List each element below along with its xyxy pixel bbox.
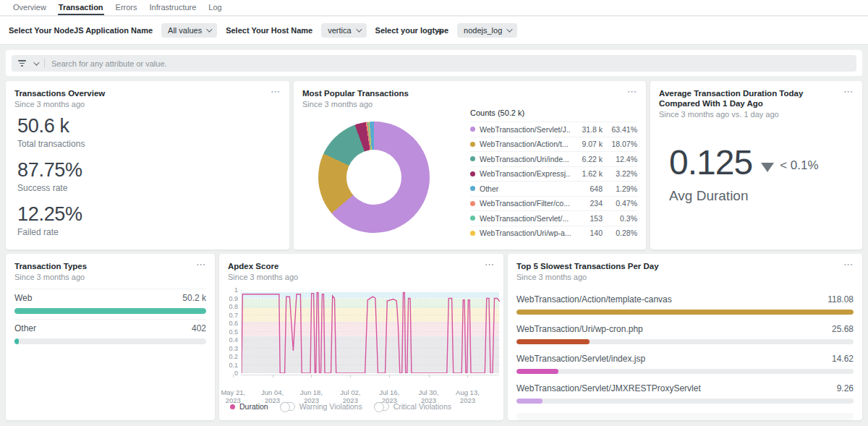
donut-legend-row[interactable]: WebTransaction/Servlet/...1530.3% [470, 210, 637, 226]
legend-percent: 3.22% [603, 169, 637, 178]
metric-value: 12.25% [17, 203, 85, 226]
add-filter-button[interactable]: + [436, 25, 443, 38]
card-title: Most Popular Transactions [294, 81, 646, 98]
bar-row-label: WebTransaction/Servlet/JMXRESTProxyServl… [516, 383, 701, 393]
search-box[interactable] [12, 55, 856, 72]
slow-transaction-row: WebTransaction/Action/template-canvas118… [516, 291, 854, 315]
card-menu-icon[interactable]: ⋯ [627, 87, 637, 96]
legend-color-dot [470, 201, 475, 206]
x-label-date: Jul 30, [419, 388, 439, 396]
card-menu-icon[interactable]: ⋯ [196, 260, 206, 269]
donut-legend-row[interactable]: WebTransaction/Action/t...9.07 k18.07% [470, 137, 637, 152]
filter-value-dropdown-2[interactable]: nodejs_log [457, 23, 517, 38]
apdex-legend-item-duration[interactable]: Duration [230, 402, 268, 411]
donut-legend-row[interactable]: WebTransaction/Servlet/J...31.8 k63.41% [470, 122, 637, 137]
filter-value-dropdown-1[interactable]: vertica [321, 23, 366, 38]
x-label-date: Aug 13, [456, 388, 480, 396]
card-menu-icon[interactable]: ⋯ [843, 260, 854, 269]
legend-count: 1.62 k [571, 169, 603, 178]
donut-legend-row[interactable]: WebTransaction/Filter/co...2340.47% [470, 196, 637, 211]
x-label-date: Jun 18, [300, 388, 323, 396]
metric-value: 50.6 k [17, 115, 85, 137]
apdex-y-tick-label: 0.8 [221, 304, 238, 310]
tab-errors[interactable]: Errors [115, 0, 138, 15]
card-menu-icon[interactable]: ⋯ [271, 87, 281, 96]
toggle-off-icon[interactable] [280, 402, 295, 411]
apdex-legend-item-critical-violations[interactable]: Critical Violations [374, 402, 451, 411]
apdex-x-tick [311, 375, 312, 378]
bar-fill [516, 339, 590, 344]
series-color-dot [230, 404, 235, 409]
bar-fill [516, 399, 542, 404]
card-subtitle: Since 3 months ago [294, 98, 646, 108]
bar-row-value: 9.26 [837, 383, 854, 393]
donut-legend-row[interactable]: WebTransaction/Uri/inde...6.22 k12.4% [470, 151, 637, 166]
card-subtitle: Since 3 months ago [6, 98, 289, 108]
legend-percent: 1.29% [603, 184, 637, 193]
bar-row-label: Web [14, 293, 32, 303]
apdex-legend-item-warning-violations[interactable]: Warning Violations [280, 402, 362, 411]
overview-metrics: 50.6 kTotal transactions87.75%Success ra… [17, 115, 85, 247]
card-menu-icon[interactable]: ⋯ [843, 87, 854, 96]
apdex-x-tick [233, 375, 234, 378]
donut-legend-rows: WebTransaction/Servlet/J...31.8 k63.41%W… [470, 122, 637, 240]
card-title: Transaction Types [6, 254, 215, 271]
legend-item-label: Critical Violations [393, 402, 451, 411]
card-subtitle: Since 3 months ago vs. 1 day ago [650, 108, 862, 119]
legend-transaction-name: Other [480, 184, 571, 193]
transaction-type-row: Web50.2 k [14, 289, 206, 314]
filter-value-text: nodejs_log [464, 26, 502, 35]
tab-infrastructure[interactable]: Infrastructure [149, 0, 197, 15]
apdex-x-tick-label: Aug 13,2023 [456, 388, 480, 404]
card-top5-slowest-transactions: Top 5 Slowest Transactions Per Day Since… [508, 254, 862, 420]
donut-legend-row[interactable]: WebTransaction/Expressj...1.62 k3.22% [470, 166, 637, 182]
card-subtitle: Since 3 months ago [6, 271, 215, 281]
legend-count: 31.8 k [571, 125, 603, 134]
x-label-date: Jul 16, [379, 388, 399, 396]
legend-color-dot [470, 156, 475, 161]
tab-transaction[interactable]: Transaction [58, 0, 104, 15]
filter-value-dropdown-0[interactable]: All values [161, 23, 217, 38]
card-menu-icon[interactable]: ⋯ [485, 260, 495, 269]
x-label-date: May 21, [221, 388, 245, 396]
chevron-down-icon[interactable] [33, 59, 39, 65]
apdex-plot-area[interactable] [241, 290, 499, 373]
legend-item-label: Duration [239, 402, 268, 411]
legend-color-dot [470, 171, 475, 176]
donut-hole [346, 150, 401, 205]
legend-count: 140 [571, 229, 603, 237]
donut-legend-row[interactable]: Other6481.29% [470, 181, 637, 196]
chevron-down-icon [506, 26, 512, 32]
avg-duration-block: 0.125 < 0.1% Avg Duration [669, 143, 819, 204]
avg-duration-value: 0.125 [669, 143, 752, 182]
legend-percent: 0.3% [603, 214, 637, 223]
card-subtitle: Since 3 months ago [508, 271, 862, 281]
filter-field-label-0: Select Your NodeJS Application Name [9, 26, 153, 35]
bar-track [516, 339, 854, 344]
x-label-date: Jun 04, [261, 388, 284, 396]
legend-percent: 12.4% [603, 155, 637, 163]
toggle-off-icon[interactable] [374, 402, 389, 411]
donut-legend-row[interactable]: WebTransaction/Uri/wp-a...1400.28% [470, 226, 637, 241]
apdex-y-tick-label: 0.5 [221, 329, 238, 336]
apdex-y-tick-label: 0.7 [221, 312, 238, 319]
bar-row-header: WebTransaction/Uri/wp-cron.php25.68 [516, 320, 854, 334]
filter-funnel-icon[interactable] [18, 60, 26, 67]
apdex-y-tick-label: 0.6 [221, 320, 238, 327]
apdex-x-tick [429, 375, 430, 378]
search-input[interactable] [51, 59, 850, 68]
bar-row-label: WebTransaction/Uri/wp-cron.php [516, 324, 643, 334]
x-label-date: Jul 02, [340, 388, 360, 396]
bar-track [516, 369, 854, 374]
legend-transaction-name: WebTransaction/Expressj... [480, 169, 571, 178]
metric-value: 87.75% [17, 159, 85, 182]
apdex-x-tick [467, 375, 468, 378]
tab-log[interactable]: Log [208, 0, 222, 15]
legend-percent: 63.41% [603, 125, 637, 134]
donut-chart[interactable] [318, 122, 430, 233]
legend-count: 6.22 k [571, 155, 603, 163]
tab-overview[interactable]: Overview [12, 0, 47, 15]
card-subtitle: Since 3 months ago [219, 271, 503, 281]
legend-transaction-name: WebTransaction/Uri/inde... [480, 155, 571, 163]
bar-row-value: 118.08 [827, 294, 854, 304]
